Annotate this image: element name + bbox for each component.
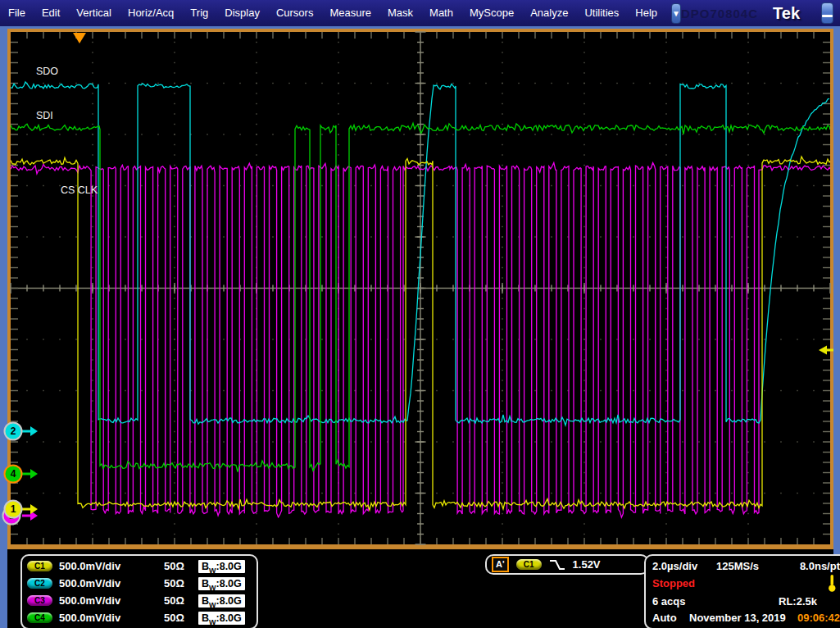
menu-item-mask[interactable]: Mask <box>379 0 421 26</box>
trigger-readout-panel[interactable]: A' C1 1.52V <box>485 554 649 575</box>
c1-bandwidth: BW:8.0G <box>198 560 245 573</box>
tek-logo: Tek <box>773 4 800 23</box>
menu-bar: File Edit Vertical Horiz/Acq Trig Displa… <box>0 0 840 26</box>
trigger-event-badge[interactable]: A' <box>492 557 509 572</box>
window-frame-right <box>833 26 840 628</box>
sdi-label: SDI <box>36 110 53 121</box>
channel-readout-c2[interactable]: C2 500.0mV/div 50Ω BW:8.0G <box>27 575 252 592</box>
svg-text:2: 2 <box>11 425 16 437</box>
c3-scale: 500.0mV/div <box>59 594 157 607</box>
menu-item-math[interactable]: Math <box>421 0 461 26</box>
acquisition-readout-panel: 2.0µs/div 125MS/s 8.0ns/pt Stopped 6 acq… <box>644 554 840 628</box>
record-length: RL:2.5k <box>779 595 817 608</box>
thermometer-icon <box>828 574 837 593</box>
channel-readout-c1[interactable]: C1 500.0mV/div 50Ω BW:8.0G <box>27 557 252 575</box>
date-value: November 13, 2019 <box>689 612 786 624</box>
time-value: 09:06:42 <box>797 612 840 624</box>
cs-clk-label: CS CLK <box>61 184 98 196</box>
acq-count: 6 acqs <box>652 595 685 608</box>
c2-bandwidth: BW:8.0G <box>198 577 245 590</box>
menu-item-analyze[interactable]: Analyze <box>522 0 576 26</box>
c3-bandwidth: BW:8.0G <box>198 594 245 608</box>
acq-count-row: 6 acqs RL:2.5k <box>652 593 840 609</box>
samplerate-value: 125MS/s <box>716 560 759 572</box>
menu-item-horiz-acq[interactable]: Horiz/Acq <box>120 0 182 26</box>
c1-impedance: 50Ω <box>164 560 192 572</box>
scope-application-window: 2431 SDO SDI CS CLK File Edit Vertical H… <box>0 0 840 628</box>
c1-scale: 500.0mV/div <box>59 560 157 572</box>
c4-channel-badge[interactable]: C4 <box>27 612 52 623</box>
trigger-level-value: 1.52V <box>573 558 601 571</box>
trigger-mode: Auto <box>652 612 689 624</box>
c2-channel-badge[interactable]: C2 <box>27 578 52 589</box>
resolution-value: 8.0ns/pt <box>800 560 840 572</box>
channel-readout-panel: C1 500.0mV/div 50Ω BW:8.0G C2 500.0mV/di… <box>20 554 258 628</box>
minimize-icon <box>822 15 833 17</box>
channel-readout-c4[interactable]: C4 500.0mV/div 50Ω BW:8.0G <box>27 609 252 626</box>
acq-status-row: Stopped <box>652 574 840 593</box>
c4-bandwidth: BW:8.0G <box>198 612 245 625</box>
horizontal-readout-row: 2.0µs/div 125MS/s 8.0ns/pt <box>652 557 840 574</box>
menu-item-trig[interactable]: Trig <box>182 0 216 26</box>
window-frame-left <box>0 26 7 628</box>
minimize-button[interactable] <box>821 2 833 24</box>
c3-impedance: 50Ω <box>164 594 192 607</box>
menu-item-file[interactable]: File <box>0 0 34 26</box>
menu-overflow-button[interactable]: ▼ <box>671 3 681 24</box>
model-number: DPO70804C <box>681 7 758 20</box>
acq-status: Stopped <box>652 577 695 589</box>
datetime-row: Auto November 13, 2019 09:06:42 <box>652 610 840 626</box>
menu-item-display[interactable]: Display <box>216 0 268 26</box>
svg-text:4: 4 <box>11 468 16 480</box>
menu-item-help[interactable]: Help <box>627 0 665 26</box>
c2-scale: 500.0mV/div <box>59 577 157 589</box>
c1-channel-badge[interactable]: C1 <box>27 561 52 571</box>
scope-display: 2431 SDO SDI CS CLK <box>0 0 840 628</box>
c3-channel-badge[interactable]: C3 <box>27 595 52 606</box>
menu-item-vertical[interactable]: Vertical <box>68 0 120 26</box>
c4-impedance: 50Ω <box>164 612 192 624</box>
svg-text:1: 1 <box>11 503 16 515</box>
trigger-source-badge[interactable]: C1 <box>516 559 542 570</box>
menu-item-edit[interactable]: Edit <box>34 0 68 26</box>
c2-impedance: 50Ω <box>164 577 192 589</box>
chevron-down-icon: ▼ <box>672 9 680 18</box>
menu-item-utilities[interactable]: Utilities <box>576 0 627 26</box>
menu-item-myscope[interactable]: MyScope <box>461 0 522 26</box>
menu-item-measure[interactable]: Measure <box>321 0 379 26</box>
c4-scale: 500.0mV/div <box>59 612 157 624</box>
sdo-label: SDO <box>36 66 58 77</box>
menu-item-cursors[interactable]: Cursors <box>268 0 322 26</box>
channel-readout-c3[interactable]: C3 500.0mV/div 50Ω BW:8.0G <box>27 592 252 609</box>
timebase-value: 2.0µs/div <box>652 560 716 572</box>
falling-edge-icon <box>549 558 565 571</box>
